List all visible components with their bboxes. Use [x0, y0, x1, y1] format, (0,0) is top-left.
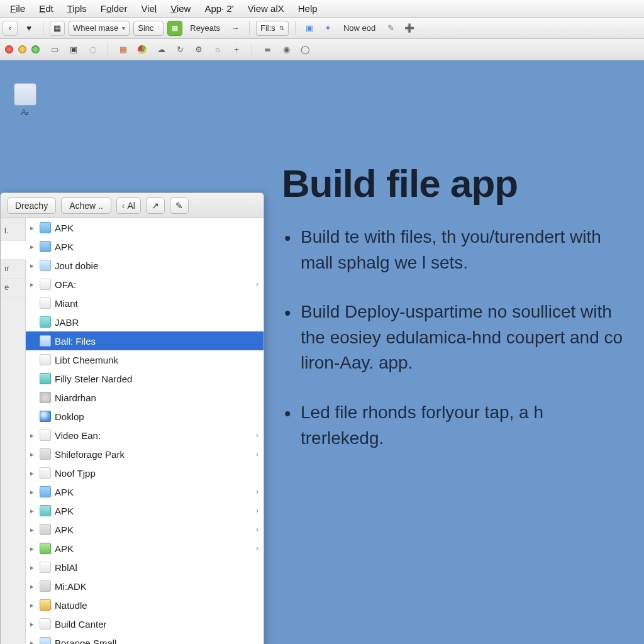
- file-row[interactable]: ▸Natudle: [26, 596, 264, 614]
- menu-file[interactable]: File: [4, 2, 31, 15]
- file-row[interactable]: Libt Cheemunk: [26, 350, 264, 369]
- nowod-label[interactable]: Now eod: [340, 21, 379, 36]
- chevron-down-icon: :: [158, 25, 160, 31]
- disclosure-triangle-icon[interactable]: ▸: [28, 639, 36, 645]
- file-icon: [40, 618, 51, 630]
- file-row[interactable]: ▸APK: [26, 237, 264, 256]
- tool-b-button[interactable]: ✎: [170, 197, 189, 214]
- menu-viel[interactable]: Viel: [135, 2, 163, 15]
- target-icon[interactable]: ◉: [280, 43, 292, 56]
- file-row[interactable]: ▸Mi:ADK: [26, 577, 264, 596]
- file-row[interactable]: ▸OFA:›: [26, 275, 264, 294]
- file-label: APK: [55, 487, 252, 497]
- disclosure-triangle-icon[interactable]: ▸: [28, 545, 36, 553]
- disclosure-triangle-icon[interactable]: ▸: [28, 450, 36, 458]
- plus-circle-icon[interactable]: ➕: [402, 21, 417, 36]
- zoom-window-button[interactable]: [31, 45, 40, 53]
- file-row[interactable]: ▸Jout dobie: [26, 256, 264, 275]
- menu-viewalx[interactable]: View alX: [242, 2, 291, 15]
- table-icon[interactable]: ▦: [117, 43, 130, 56]
- file-icon: [40, 411, 51, 422]
- close-window-button[interactable]: [5, 45, 13, 53]
- chevron-right-icon: ›: [256, 450, 258, 458]
- file-row[interactable]: ▸APK›: [26, 539, 264, 558]
- file-row[interactable]: Filly Steler Narded: [26, 369, 264, 388]
- sidebar-item[interactable]: l.: [1, 222, 25, 241]
- layout2-icon[interactable]: ▣: [67, 43, 80, 56]
- menu-app2[interactable]: App· 2': [198, 2, 240, 15]
- puzzle-icon[interactable]: ✦: [321, 21, 336, 36]
- file-row[interactable]: JABR: [26, 313, 264, 331]
- file-row[interactable]: Doklop: [26, 407, 264, 426]
- home-icon[interactable]: ⌂: [211, 43, 224, 56]
- disclosure-triangle-icon[interactable]: ▸: [28, 469, 36, 477]
- file-list[interactable]: ▸APK▸APK▸Jout dobie▸OFA:›MiantJABRBall: …: [26, 218, 264, 644]
- file-row[interactable]: Niardrhan: [26, 388, 264, 407]
- file-row[interactable]: ▸APK›: [26, 520, 264, 539]
- disclosure-triangle-icon[interactable]: ▸: [28, 280, 36, 289]
- refresh-icon[interactable]: ↻: [174, 43, 186, 56]
- menu-view[interactable]: View: [164, 2, 197, 15]
- ring-icon[interactable]: ◯: [299, 43, 311, 56]
- green-square-icon[interactable]: ▦: [167, 21, 182, 36]
- file-row[interactable]: Ball: Files: [26, 331, 264, 350]
- plus-icon[interactable]: +: [230, 43, 243, 56]
- desktop-shortcut[interactable]: A₂: [11, 83, 39, 117]
- back-al-button[interactable]: ‹ Al: [116, 197, 141, 214]
- sidebar-item[interactable]: [1, 241, 26, 260]
- file-row[interactable]: ▸Shileforage Park›: [26, 445, 264, 464]
- list-icon[interactable]: ≣: [261, 43, 274, 56]
- menu-tipls[interactable]: Tipls: [61, 2, 93, 15]
- file-icon: [40, 222, 51, 233]
- file-icon: [40, 524, 51, 535]
- picture-icon[interactable]: ▣: [302, 21, 317, 36]
- disclosure-triangle-icon[interactable]: ▸: [28, 620, 36, 628]
- minimize-window-button[interactable]: [18, 45, 26, 53]
- disclosure-triangle-icon[interactable]: ▸: [28, 224, 36, 232]
- arrow-right-icon[interactable]: →: [228, 21, 243, 36]
- panel-bullet: Build te with files, th you/turendert wi…: [282, 225, 631, 275]
- circle-icon[interactable]: ◌: [86, 43, 99, 56]
- file-row[interactable]: ▸APK: [26, 218, 264, 237]
- disclosure-triangle-icon[interactable]: ▸: [28, 564, 36, 572]
- menu-help[interactable]: Help: [292, 2, 324, 15]
- disclosure-triangle-icon[interactable]: ▸: [28, 526, 36, 534]
- tool-a-button[interactable]: ↗: [146, 197, 165, 214]
- fills-dropdown[interactable]: Fil:s ⇅: [256, 21, 289, 36]
- file-label: Build Canter: [55, 619, 255, 630]
- file-label: APK: [55, 242, 255, 252]
- disclosure-triangle-icon[interactable]: ▸: [28, 601, 36, 609]
- menu-folder[interactable]: Folder: [94, 2, 134, 15]
- disclosure-triangle-icon[interactable]: ▸: [28, 262, 36, 270]
- disclosure-triangle-icon[interactable]: ▸: [28, 582, 36, 591]
- file-row[interactable]: Miant: [26, 294, 264, 313]
- dreachy-button[interactable]: Dreachy: [7, 197, 56, 214]
- file-row[interactable]: ▸APK›: [26, 501, 264, 520]
- back-button[interactable]: ‹: [3, 21, 18, 36]
- file-row[interactable]: ▸RblAl: [26, 558, 264, 577]
- menu-edt[interactable]: Edt: [33, 2, 60, 15]
- wand-icon[interactable]: ✎: [383, 21, 398, 36]
- layout-icon[interactable]: ▭: [48, 43, 61, 56]
- file-row[interactable]: ▸Borange Small: [26, 633, 264, 644]
- file-label: JABR: [55, 317, 255, 328]
- disclosure-triangle-icon[interactable]: ▸: [28, 431, 36, 440]
- reyeats-label[interactable]: Reyeats: [186, 21, 224, 36]
- heart-icon[interactable]: ♥: [21, 21, 36, 36]
- disclosure-triangle-icon[interactable]: ▸: [28, 488, 36, 496]
- file-row[interactable]: ▸Video Ean:›: [26, 426, 264, 445]
- achew-button[interactable]: Achew ..: [61, 197, 111, 214]
- disclosure-triangle-icon[interactable]: ▸: [28, 243, 36, 251]
- disclosure-triangle-icon[interactable]: ▸: [28, 507, 36, 515]
- sidebar-item[interactable]: ır: [1, 260, 25, 279]
- gear-icon[interactable]: ⚙: [192, 43, 205, 56]
- file-row[interactable]: ▸APK›: [26, 482, 264, 501]
- chrome-icon[interactable]: [136, 43, 148, 56]
- sidebar-item[interactable]: e: [1, 279, 25, 297]
- file-row[interactable]: ▸Build Canter: [26, 614, 264, 633]
- sinc-dropdown[interactable]: Sinc :: [133, 21, 164, 36]
- wheel-dropdown[interactable]: Wheel mase ▾: [69, 21, 130, 36]
- grid-icon[interactable]: ▦: [50, 21, 65, 36]
- cloud-icon[interactable]: ☁: [155, 43, 167, 56]
- file-row[interactable]: ▸Noof Tjpp: [26, 464, 264, 482]
